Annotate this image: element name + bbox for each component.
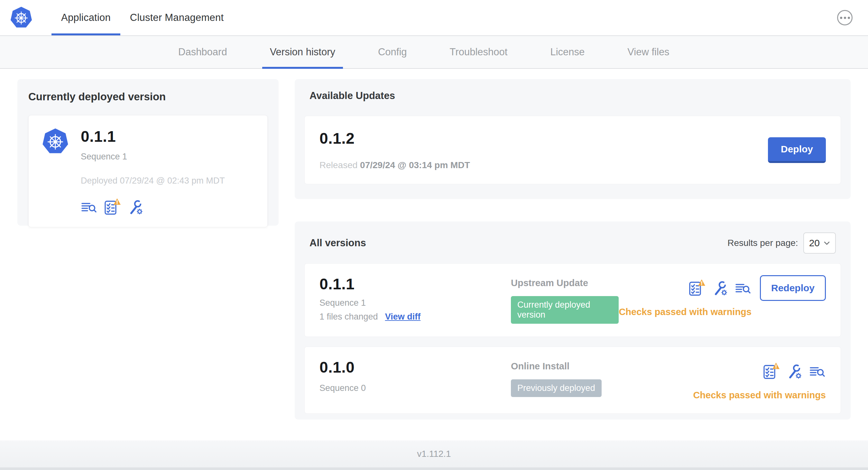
available-updates-title: Available Updates — [309, 90, 841, 102]
logs-icon[interactable] — [735, 278, 751, 296]
kubernetes-app-icon — [41, 128, 69, 155]
currently-deployed-title: Currently deployed version — [28, 91, 268, 103]
view-diff-link[interactable]: View diff — [385, 312, 421, 322]
subnav-tab-label: Dashboard — [178, 46, 227, 58]
version-action-icons — [688, 275, 751, 299]
config-icon[interactable] — [127, 197, 144, 215]
all-versions-header: All versions Results per page: 20 — [304, 232, 841, 254]
version-row-left: 0.1.0 Sequence 0 — [319, 359, 511, 393]
files-changed-line: 1 files changed View diff — [319, 312, 511, 322]
row-sequence: Sequence 1 — [319, 298, 511, 308]
main-content: Currently deployed version 0.1.1 Sequenc… — [0, 69, 868, 440]
ellipsis-menu-button[interactable] — [837, 10, 852, 25]
active-subnav-underline — [262, 67, 343, 69]
ellipsis-dot — [840, 17, 842, 19]
results-per-page-value: 20 — [809, 238, 820, 248]
tab-cluster-management-label: Cluster Management — [130, 12, 224, 24]
update-details: 0.1.2 Released 07/29/24 @ 03:14 pm MDT — [319, 130, 470, 170]
preflight-checks-warning-icon[interactable] — [688, 278, 705, 296]
deployed-version-number: 0.1.1 — [81, 128, 225, 145]
available-updates-panel: Available Updates 0.1.2 Released 07/29/2… — [295, 79, 850, 199]
config-icon[interactable] — [712, 278, 728, 296]
version-row-middle: Upstream Update Currently deployed versi… — [511, 275, 619, 324]
version-source: Upstream Update — [511, 278, 619, 289]
subnav-tab-label: License — [550, 46, 585, 58]
config-icon[interactable] — [786, 362, 803, 379]
all-versions-title: All versions — [309, 237, 366, 249]
subnav-tab-version-history[interactable]: Version history — [262, 36, 343, 68]
row-sequence: Sequence 0 — [319, 383, 511, 393]
deployed-sequence: Sequence 1 — [81, 152, 225, 162]
checks-status-link[interactable]: Checks passed with warnings — [693, 390, 826, 401]
currently-deployed-details: 0.1.1 Sequence 1 Deployed 07/29/24 @ 02:… — [81, 128, 225, 215]
checks-status-link[interactable]: Checks passed with warnings — [619, 307, 751, 317]
checks-column: Checks passed with warnings — [619, 275, 751, 317]
subnav-tab-label: Config — [378, 46, 407, 58]
version-row-0-1-0: 0.1.0 Sequence 0 Online Install Previous… — [304, 346, 841, 414]
deployed-timestamp: Deployed 07/29/24 @ 02:43 pm MDT — [81, 176, 225, 186]
footer: v1.112.1 — [0, 440, 868, 467]
subnav-tab-dashboard[interactable]: Dashboard — [170, 36, 235, 68]
deploy-button[interactable]: Deploy — [768, 137, 826, 163]
version-action-icons — [763, 359, 826, 382]
preflight-checks-warning-icon[interactable] — [763, 362, 779, 379]
update-row: 0.1.2 Released 07/29/24 @ 03:14 pm MDT D… — [304, 116, 841, 184]
app-header: Application Cluster Management — [0, 0, 868, 35]
version-row-actions: Checks passed with warnings — [693, 359, 826, 401]
currently-deployed-panel: Currently deployed version 0.1.1 Sequenc… — [18, 79, 279, 226]
tab-application-label: Application — [61, 12, 111, 24]
subnav-tab-label: View files — [627, 46, 669, 58]
version-row-left: 0.1.1 Sequence 1 1 files changed View di… — [319, 275, 511, 322]
subnav: Dashboard Version history Config Trouble… — [0, 35, 868, 69]
logs-icon[interactable] — [809, 362, 826, 379]
version-row-0-1-1: 0.1.1 Sequence 1 1 files changed View di… — [304, 263, 841, 337]
preflight-checks-warning-icon[interactable] — [104, 197, 121, 215]
subnav-tab-license[interactable]: License — [542, 36, 592, 68]
version-row-actions: Checks passed with warnings Redeploy — [619, 275, 826, 317]
console-version: v1.112.1 — [417, 449, 451, 459]
subnav-tab-label: Version history — [270, 46, 335, 58]
logs-icon[interactable] — [81, 197, 97, 215]
update-version-number: 0.1.2 — [319, 130, 470, 147]
subnav-tab-troubleshoot[interactable]: Troubleshoot — [442, 36, 516, 68]
app-tabs: Application Cluster Management — [52, 0, 233, 35]
redeploy-button[interactable]: Redeploy — [760, 275, 826, 301]
status-badge-currently-deployed: Currently deployed version — [511, 296, 619, 324]
admin-console-page: Application Cluster Management Dashboard… — [0, 0, 868, 470]
version-source: Online Install — [511, 361, 693, 372]
all-versions-panel: All versions Results per page: 20 0.1.1 … — [295, 222, 850, 419]
ellipsis-dot — [844, 17, 846, 19]
results-per-page-label: Results per page: — [727, 238, 798, 248]
deployed-version-actions — [81, 197, 225, 215]
released-label: Released — [319, 160, 358, 170]
subnav-tab-config[interactable]: Config — [370, 36, 415, 68]
row-version-number: 0.1.1 — [319, 275, 511, 293]
status-badge-previously-deployed: Previously deployed — [511, 379, 601, 397]
currently-deployed-card: 0.1.1 Sequence 1 Deployed 07/29/24 @ 02:… — [28, 115, 268, 227]
subnav-tab-label: Troubleshoot — [450, 46, 508, 58]
checks-column: Checks passed with warnings — [693, 359, 826, 401]
released-date: 07/29/24 @ 03:14 pm MDT — [360, 160, 470, 170]
tab-application[interactable]: Application — [52, 0, 120, 35]
right-column: Available Updates 0.1.2 Released 07/29/2… — [295, 79, 850, 440]
active-tab-underline — [52, 33, 120, 35]
chevron-down-icon — [824, 241, 830, 245]
version-row-middle: Online Install Previously deployed — [511, 359, 693, 397]
subnav-tab-view-files[interactable]: View files — [620, 36, 677, 68]
update-released-line: Released 07/29/24 @ 03:14 pm MDT — [319, 160, 470, 170]
results-per-page: Results per page: 20 — [727, 232, 836, 254]
ellipsis-dot — [848, 17, 850, 19]
tab-cluster-management[interactable]: Cluster Management — [120, 0, 233, 35]
kubernetes-logo-icon — [10, 6, 33, 29]
results-per-page-select[interactable]: 20 — [803, 232, 836, 254]
files-changed-count: 1 files changed — [319, 312, 378, 322]
window-bottom-edge — [0, 467, 868, 470]
row-version-number: 0.1.0 — [319, 359, 511, 376]
